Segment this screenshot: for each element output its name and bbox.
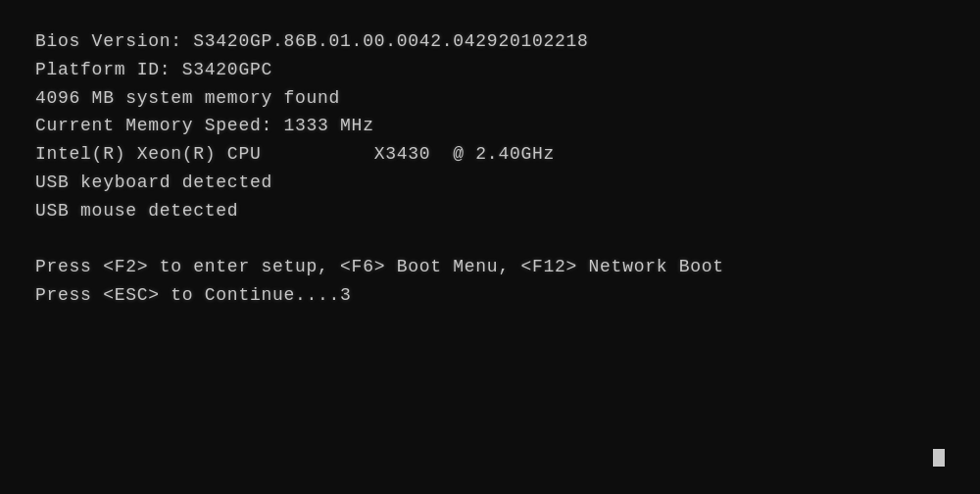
cpu-info: Intel(R) Xeon(R) CPU X3430 @ 2.40GHz	[35, 140, 945, 169]
usb-mouse: USB mouse detected	[35, 197, 945, 225]
memory-found: 4096 MB system memory found	[35, 84, 945, 113]
cursor	[933, 449, 945, 467]
memory-speed: Current Memory Speed: 1333 MHz	[35, 112, 945, 140]
bios-screen: Bios Version: S3420GP.86B.01.00.0042.042…	[0, 0, 980, 494]
platform-id: Platform ID: S3420GPC	[35, 56, 945, 84]
press-f2: Press <F2> to enter setup, <F6> Boot Men…	[35, 253, 945, 281]
press-esc: Press <ESC> to Continue....3	[35, 281, 945, 310]
usb-keyboard: USB keyboard detected	[35, 169, 945, 197]
empty1	[35, 225, 945, 254]
bios-version: Bios Version: S3420GP.86B.01.00.0042.042…	[35, 27, 945, 56]
